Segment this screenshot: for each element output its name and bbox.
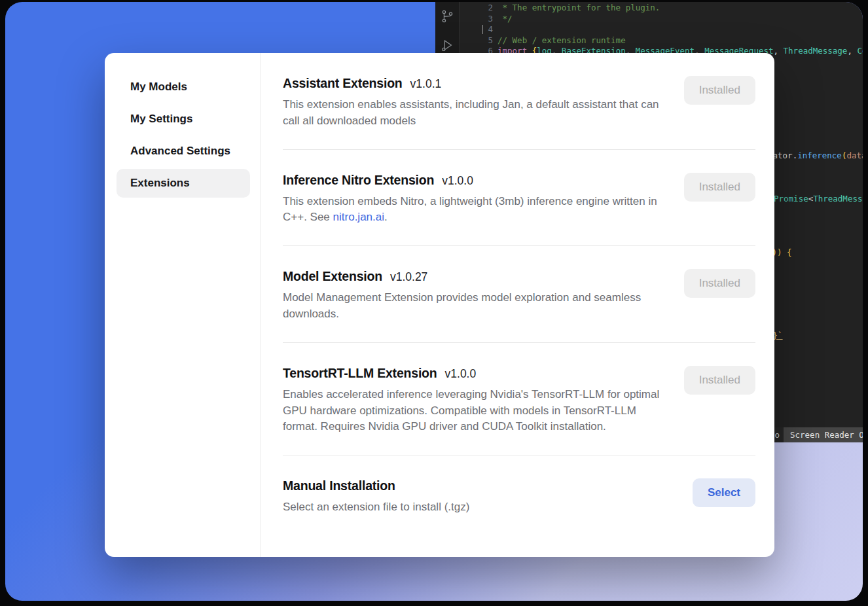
sidebar-item-label: My Settings [130,113,192,126]
code-token: ContentType [857,46,863,56]
extension-info: Assistant Extensionv1.0.1This extension … [283,76,684,130]
extension-version: v1.0.0 [445,367,477,381]
text-cursor [482,25,483,34]
extension-row-model-extension: Model Extensionv1.0.27Model Management E… [283,246,755,342]
settings-modal: My ModelsMy SettingsAdvanced SettingsExt… [105,53,774,557]
installed-button[interactable]: Installed [684,173,755,202]
sidebar-item-extensions[interactable]: Extensions [117,169,250,198]
extension-row-assistant-extension: Assistant Extensionv1.0.1This extension … [283,53,755,149]
settings-sidebar: My ModelsMy SettingsAdvanced SettingsExt… [105,53,261,557]
extension-info: Model Extensionv1.0.27Model Management E… [283,269,684,323]
line-number: 5 [475,35,493,46]
extension-name: Inference Nitro Extension [283,173,434,188]
code-token: ThreadMessage [813,194,863,204]
code-line [497,24,863,35]
extension-name: Assistant Extension [283,76,403,91]
code-token: ThreadMessage [784,46,848,56]
extension-version: v1.0.27 [390,270,427,284]
extension-description: This extension embeds Nitro, a lightweig… [283,194,661,226]
extension-name: Model Extension [283,269,382,284]
sidebar-item-label: Extensions [130,177,190,190]
line-number: 4 [475,24,493,35]
run-and-debug-icon[interactable] [440,38,454,52]
code-token: inference [797,151,842,160]
extension-row-inference-nitro-extension: Inference Nitro Extensionv1.0.0This exte… [283,150,755,246]
code-token: */ [497,14,513,24]
extension-name: Manual Installation [283,478,395,493]
sidebar-item-my-settings[interactable]: My Settings [117,105,250,134]
line-number: 3 [475,14,493,25]
extension-name: TensortRT-LLM Extension [283,366,437,381]
code-token: // Web / extension runtime [497,35,626,45]
extension-info: Inference Nitro Extensionv1.0.0This exte… [283,173,684,226]
installed-button[interactable]: Installed [684,76,755,105]
extension-description: Enables accelerated inference leveraging… [283,387,661,435]
code-line: * The entrypoint for the plugin. [497,3,863,14]
extension-row-tensortrt-llm-extension: TensortRT-LLM Extensionv1.0.0Enables acc… [283,343,755,455]
code-token: * The entrypoint for the plugin. [497,3,660,12]
screen-reader-status[interactable]: Screen Reader Optimized [784,427,863,442]
line-number: 2 [475,3,493,14]
nitro-jan-ai-link[interactable]: nitro.jan.ai [333,211,384,223]
code-token: { [787,247,792,257]
code-fragment: rator.inference(data)); [768,151,863,161]
installed-button[interactable]: Installed [684,366,755,395]
extension-description: This extension enables assistants, inclu… [283,97,661,130]
code-line: // Web / extension runtime [497,35,863,46]
sidebar-item-label: Advanced Settings [130,145,230,158]
installed-button[interactable]: Installed [684,269,755,298]
sidebar-item-my-models[interactable]: My Models [117,73,250,101]
sidebar-item-advanced-settings[interactable]: Advanced Settings [117,137,250,166]
extension-info: Manual InstallationSelect an extension f… [283,478,693,516]
extension-description: Select an extension file to install (.tg… [283,499,661,516]
extensions-panel: Assistant Extensionv1.0.1This extension … [261,53,774,557]
code-token: , [847,46,857,56]
sidebar-item-label: My Models [130,80,187,94]
select-button[interactable]: Select [693,478,755,507]
code-area: * The entrypoint for the plugin. */// We… [497,3,863,57]
extension-description: Model Management Extension provides mode… [283,290,661,323]
extension-version: v1.0.1 [410,77,442,91]
desktop-backdrop: 23456 * The entrypoint for the plugin. *… [5,2,863,601]
code-fragment: Promise<ThreadMessage> [774,194,863,204]
code-token: , [774,46,784,56]
extension-row-manual-installation: Manual InstallationSelect an extension f… [283,455,755,535]
code-token: Promise [774,194,808,204]
code-line: */ [497,14,863,25]
line-number-gutter: 23456 [475,3,493,57]
extension-info: TensortRT-LLM Extensionv1.0.0Enables acc… [283,366,684,435]
source-control-icon[interactable] [440,9,454,24]
extension-version: v1.0.0 [442,174,473,188]
code-token: data [846,151,863,160]
